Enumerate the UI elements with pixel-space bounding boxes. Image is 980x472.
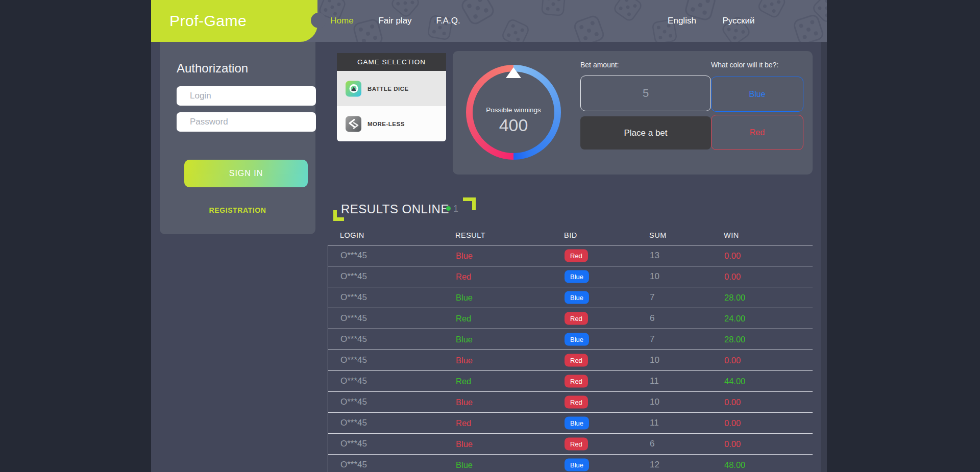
battle-dice-icon xyxy=(346,81,361,96)
cell-bid: Red xyxy=(565,250,588,262)
column-header-bid: BID xyxy=(564,231,577,239)
cell-bid: Blue xyxy=(565,291,589,304)
bid-badge-blue: Blue xyxy=(565,333,589,346)
table-row: O***45RedRed1144.00 xyxy=(328,370,813,391)
bid-badge-blue: Blue xyxy=(565,417,589,430)
cell-win: 0.00 xyxy=(724,251,741,261)
cell-sum: 10 xyxy=(650,355,659,365)
cell-sum: 7 xyxy=(650,334,654,344)
table-row: O***45BlueBlue728.00 xyxy=(328,329,813,350)
cell-result: Red xyxy=(456,272,471,282)
game-item-label: MORE-LESS xyxy=(368,121,405,127)
online-count: 1 xyxy=(453,204,458,214)
cell-login: O***45 xyxy=(340,376,367,386)
bid-badge-blue: Blue xyxy=(565,291,589,304)
cell-win: 44.00 xyxy=(724,377,745,386)
cell-sum: 13 xyxy=(650,251,659,261)
cell-login: O***45 xyxy=(340,460,367,470)
login-input[interactable] xyxy=(177,86,316,106)
cell-sum: 11 xyxy=(650,418,659,428)
place-bet-button[interactable]: Place a bet xyxy=(580,116,711,150)
gauge-inner: Possible winnings 400 xyxy=(473,71,554,153)
cell-bid: Blue xyxy=(565,459,589,471)
bid-badge-red: Red xyxy=(565,438,588,451)
nav-item-home[interactable]: Home xyxy=(330,0,353,42)
table-row: O***45RedRed624.00 xyxy=(328,308,813,329)
cell-sum: 10 xyxy=(650,271,659,282)
cell-login: O***45 xyxy=(340,271,367,282)
column-header-login: LOGIN xyxy=(340,231,364,239)
results-table: LOGIN RESULT BID SUM WIN O***45BlueRed13… xyxy=(328,225,813,472)
authorization-panel: Authorization SIGN IN REGISTRATION xyxy=(160,42,315,234)
cell-result: Blue xyxy=(456,335,473,344)
bid-badge-red: Red xyxy=(565,375,588,388)
game-item-more-less[interactable]: MORE-LESS xyxy=(337,106,446,141)
table-row: O***45RedBlue110.00 xyxy=(328,412,813,433)
cell-bid: Blue xyxy=(565,417,589,430)
bid-badge-red: Red xyxy=(565,354,588,367)
bid-badge-blue: Blue xyxy=(565,270,589,283)
bid-badge-blue: Blue xyxy=(565,459,589,471)
table-row: O***45BlueBlue1248.00 xyxy=(328,454,813,472)
color-option-blue-button[interactable]: Blue xyxy=(711,77,803,112)
cell-win: 24.00 xyxy=(724,314,745,324)
bid-badge-red: Red xyxy=(565,312,588,325)
registration-link[interactable]: REGISTRATION xyxy=(160,206,315,214)
main-column: Prof-Game Home Fair play F.A.Q. English … xyxy=(151,0,827,472)
bet-amount-label: Bet amount: xyxy=(580,61,619,69)
logo-notch-decoration xyxy=(311,13,326,28)
table-row: O***45BlueBlue728.00 xyxy=(328,287,813,308)
cell-win: 28.00 xyxy=(724,293,745,303)
authorization-title: Authorization xyxy=(177,61,248,76)
cell-bid: Blue xyxy=(565,270,589,283)
cell-result: Blue xyxy=(456,251,473,261)
language-english[interactable]: English xyxy=(668,0,696,42)
bet-amount-input[interactable] xyxy=(580,76,711,111)
cell-login: O***45 xyxy=(340,397,367,407)
page: Prof-Game Home Fair play F.A.Q. English … xyxy=(0,0,980,472)
bid-badge-red: Red xyxy=(565,396,588,409)
cell-login: O***45 xyxy=(340,355,367,365)
more-less-icon xyxy=(346,116,361,132)
cell-bid: Red xyxy=(565,375,588,388)
cell-win: 0.00 xyxy=(724,272,741,282)
bet-panel: Possible winnings 400 Bet amount: Place … xyxy=(453,51,813,175)
cell-win: 0.00 xyxy=(724,439,741,449)
color-option-red-button[interactable]: Red xyxy=(711,115,803,150)
cell-win: 0.00 xyxy=(724,398,741,407)
cell-login: O***45 xyxy=(340,292,367,303)
cell-bid: Red xyxy=(565,396,588,409)
language-russian[interactable]: Русский xyxy=(722,0,754,42)
table-row: O***45BlueRed100.00 xyxy=(328,391,813,412)
possible-winnings-value: 400 xyxy=(473,115,554,135)
cell-sum: 6 xyxy=(650,313,654,324)
cell-bid: Blue xyxy=(565,333,589,346)
game-item-battle-dice[interactable]: BATTLE DICE xyxy=(337,71,446,106)
cell-result: Red xyxy=(456,377,471,386)
cell-login: O***45 xyxy=(340,251,367,261)
bid-badge-red: Red xyxy=(565,250,588,262)
column-header-sum: SUM xyxy=(649,231,667,239)
results-online-title: RESULTS ONLINE xyxy=(341,202,449,216)
gauge-pointer-icon xyxy=(506,67,521,78)
table-row: O***45RedBlue100.00 xyxy=(328,266,813,287)
cell-result: Blue xyxy=(456,439,473,449)
nav-item-fair-play[interactable]: Fair play xyxy=(378,0,411,42)
header-bar: Prof-Game Home Fair play F.A.Q. English … xyxy=(151,0,827,42)
logo[interactable]: Prof-Game xyxy=(151,0,317,42)
cell-result: Blue xyxy=(456,293,473,303)
cell-win: 28.00 xyxy=(724,335,745,344)
cell-sum: 6 xyxy=(650,439,654,449)
cell-win: 48.00 xyxy=(724,460,745,470)
cell-result: Blue xyxy=(456,356,473,365)
sign-in-button[interactable]: SIGN IN xyxy=(184,160,308,187)
password-input[interactable] xyxy=(177,112,316,132)
column-header-result: RESULT xyxy=(455,231,485,239)
nav-item-faq[interactable]: F.A.Q. xyxy=(436,0,460,42)
logo-text: Prof-Game xyxy=(169,12,247,30)
scrollbar-track[interactable] xyxy=(821,42,827,472)
cell-result: Blue xyxy=(456,460,473,470)
cell-win: 0.00 xyxy=(724,356,741,365)
results-table-header: LOGIN RESULT BID SUM WIN xyxy=(328,225,813,245)
column-header-win: WIN xyxy=(724,231,739,239)
